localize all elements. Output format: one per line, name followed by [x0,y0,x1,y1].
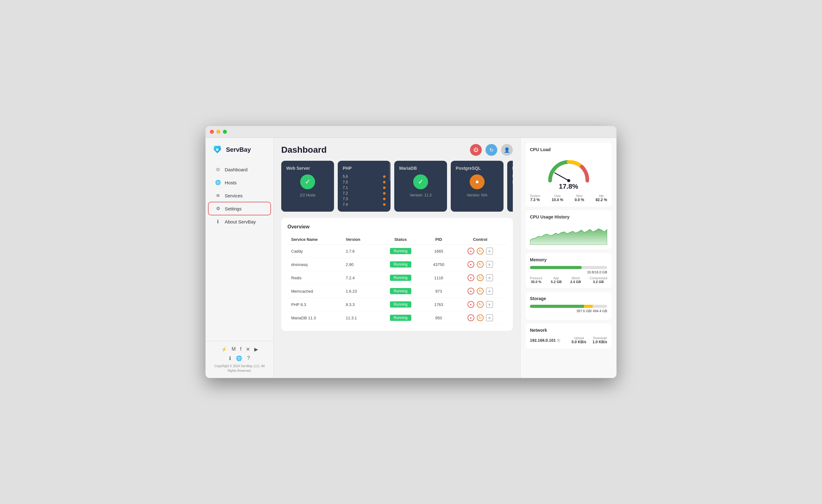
service-name-cell: dnsmasq [288,258,342,271]
sidebar-item-label: About ServBay [225,219,256,224]
network-title: Network [530,328,607,333]
stop-button[interactable]: ■ [467,247,474,255]
storage-value: 397.6 GB/ 494.4 GB [530,309,607,313]
copy-ip-button[interactable]: ⎘ [557,338,560,343]
restart-button[interactable]: ↻ [477,247,484,255]
footer-icons: ℹ 🌐 ? [212,355,267,361]
app-body: ServBay ⊙ Dashboard 🌐 Hosts ≋ Services ⚙ [206,138,616,378]
php-version-label: 7.0 [343,180,348,184]
log-button[interactable]: ≡ [486,274,493,281]
maximize-button[interactable] [223,130,227,134]
stop-button[interactable]: ■ [467,301,474,308]
logo-text: ServBay [226,146,251,153]
cpu-load-value: 17.8% [559,182,578,190]
stop-button[interactable]: ■ [467,261,474,268]
php-version-label: 5.6 [343,174,348,179]
php-version-item: 5.6 [343,174,386,179]
help-icon[interactable]: ? [247,355,250,361]
no-red-mer-title: No [512,166,513,171]
facebook-icon[interactable]: f [240,346,241,352]
cpu-load-title: CPU Load [530,147,607,152]
php-version-item: 7.0 [343,180,386,184]
sidebar-footer: ⚡ M f ✕ ▶ ℹ 🌐 ? CopyRight © 2024 ServBay… [206,341,274,378]
app-window: ServBay ⊙ Dashboard 🌐 Hosts ≋ Services ⚙ [206,126,616,378]
status-badge: Running [390,261,411,268]
webserver-subtitle: 2/2 Hosts [286,193,329,197]
log-button[interactable]: ≡ [486,315,493,321]
col-pid: PID [424,234,454,244]
x-icon[interactable]: ✕ [246,346,250,352]
service-pid-cell: 1116 [424,271,454,285]
globe-icon[interactable]: 🌐 [236,355,242,361]
stop-button[interactable]: ■ [467,274,474,281]
restart-button[interactable]: ↻ [477,301,484,308]
log-button[interactable]: ≡ [486,288,493,295]
svg-marker-2 [530,229,607,245]
user-button[interactable]: 👤 [501,144,513,156]
memory-section: Memory 10.8/16.0 GB Pressure 35.0 % App … [525,253,611,288]
restart-button[interactable]: ↻ [477,288,484,295]
php-version-dot [383,186,386,189]
sidebar-item-hosts[interactable]: 🌐 Hosts [209,176,270,189]
log-button[interactable]: ≡ [486,301,493,308]
cpu-gauge: 17.8% [530,156,607,190]
service-name-cell: Caddy [288,244,342,258]
php-version-dot [383,203,386,206]
postgresql-card: PostgreSQL ■ Version: N/A [451,161,503,212]
sidebar-item-label: Hosts [225,180,237,185]
table-row: Redis 7.2.4 Running 1116 ■ ↻ ≡ [288,271,507,285]
sidebar-item-services[interactable]: ≋ Services [209,189,270,202]
status-badge: Running [390,301,411,308]
medium-icon[interactable]: M [232,346,236,352]
service-control-cell: ■ ↻ ≡ [454,271,507,285]
table-row: Caddy 2.7.6 Running 1665 ■ ↻ ≡ [288,244,507,258]
service-name-cell: Redis [288,271,342,285]
close-button[interactable] [210,130,214,134]
postgresql-subtitle: Version: N/A [456,193,498,197]
log-button[interactable]: ≡ [486,261,493,268]
dashboard-icon: ⊙ [215,166,221,172]
php-version-dot [383,192,386,194]
webserver-card: Web Server ✓ 2/2 Hosts [281,161,334,212]
storage-bar-yellow [584,305,592,308]
services-table: Service Name Version Status PID Control … [288,234,507,325]
main-scroll-area: Web Server ✓ 2/2 Hosts PHP 5.6 [274,161,520,378]
log-button[interactable]: ≡ [486,247,493,255]
memory-title: Memory [530,257,607,262]
stop-button[interactable]: ■ [467,315,474,321]
scrollbar[interactable] [389,161,391,181]
no-red-mer-card: No Red Mer [507,161,513,212]
service-pid-cell: 1665 [424,244,454,258]
mariadb-subtitle: Version: 11.3 [399,193,442,197]
col-service-name: Service Name [288,234,342,244]
mem-pressure: Pressure 35.0 % [530,277,542,284]
sidebar-item-settings[interactable]: ⚙ Settings [209,202,270,215]
info-icon[interactable]: ℹ [229,355,231,361]
service-control-cell: ■ ↻ ≡ [454,244,507,258]
overview-section: Overview Service Name Version Status PID… [281,218,513,331]
download-label: Download [592,337,607,340]
restart-button[interactable]: ↻ [477,274,484,281]
cpu-stat-user: User 10.4 % [552,194,563,202]
sidebar-item-about[interactable]: ℹ About ServBay [209,215,270,228]
discord-icon[interactable]: ⚡ [221,346,227,352]
memory-bar-fill [530,266,582,269]
sidebar: ServBay ⊙ Dashboard 🌐 Hosts ≋ Services ⚙ [206,138,274,378]
minimize-button[interactable] [217,130,221,134]
restart-button[interactable]: ↻ [477,261,484,268]
refresh-button[interactable]: ↻ [485,144,497,156]
stop-button[interactable]: ■ [467,288,474,295]
youtube-icon[interactable]: ▶ [254,346,258,352]
php-version-label: 7.3 [343,197,348,201]
download-value: 1.0 KB/s [592,340,607,344]
cpu-history-chart [530,223,607,245]
sidebar-item-dashboard[interactable]: ⊙ Dashboard [209,163,270,176]
service-control-cell: ■ ↻ ≡ [454,311,507,325]
restart-button[interactable]: ↻ [477,315,484,321]
no-red-mer-items: Red Mer [512,173,513,185]
about-icon: ℹ [215,218,221,225]
service-pid-cell: 43750 [424,258,454,271]
power-button[interactable]: ⏻ [470,144,482,156]
cpu-history-section: CPU Usage History [525,210,611,249]
sidebar-logo: ServBay [206,138,274,160]
